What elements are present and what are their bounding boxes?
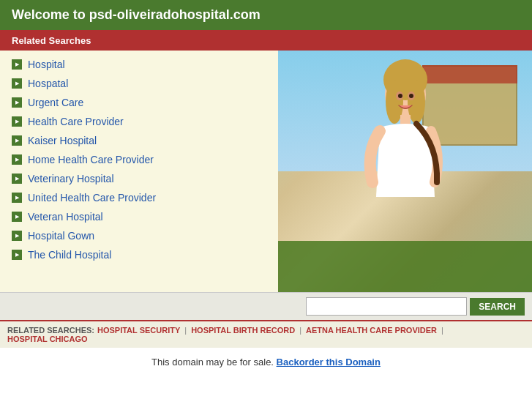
list-bullet <box>12 116 22 127</box>
list-item-text: Hospital <box>28 59 65 70</box>
bottom-related-label: RELATED SEARCHES: <box>7 326 94 335</box>
bottom-related-link[interactable]: HOSPITAL SECURITY <box>97 326 180 335</box>
list-item[interactable]: The Child Hospital <box>0 245 278 264</box>
list-item[interactable]: United Health Care Provider <box>0 188 278 207</box>
list-item-text: Hospatal <box>28 78 68 89</box>
list-bullet <box>12 154 22 165</box>
svg-point-8 <box>409 94 413 98</box>
list-panel: Hospital Hospatal Urgent Care Health Car… <box>0 51 278 292</box>
page-title: Welcome to psd-oliveiradohospital.com <box>12 7 261 22</box>
list-bullet <box>12 250 22 260</box>
list-item-text: Home Health Care Provider <box>28 154 154 165</box>
list-item-text: Kaiser Hospital <box>28 135 97 146</box>
list-bullet <box>12 135 22 146</box>
list-item[interactable]: Home Health Care Provider <box>0 150 278 169</box>
search-bar: SEARCH <box>0 292 532 320</box>
list-bullet <box>12 193 22 203</box>
bottom-separator: | <box>441 326 443 335</box>
hero-image <box>278 51 532 292</box>
list-item-text: Veteran Hospital <box>28 211 103 223</box>
list-item[interactable]: Veteran Hospital <box>0 207 278 226</box>
list-item[interactable]: Hospatal <box>0 74 278 93</box>
list-bullet <box>12 212 22 222</box>
search-input[interactable] <box>306 297 467 316</box>
related-bar-label: Related Searches <box>12 35 91 46</box>
list-bullet <box>12 231 22 241</box>
woman-figure <box>351 51 460 270</box>
image-panel <box>278 51 532 292</box>
list-item-text: United Health Care Provider <box>28 192 156 204</box>
bottom-related-link[interactable]: HOSPITAL BIRTH RECORD <box>191 326 295 335</box>
bottom-separator: | <box>184 326 187 335</box>
list-item[interactable]: Health Care Provider <box>0 112 278 131</box>
list-item[interactable]: Hospital <box>0 55 278 74</box>
list-item[interactable]: Kaiser Hospital <box>0 131 278 150</box>
list-bullet <box>12 174 22 184</box>
list-item-text: Hospital Gown <box>28 230 94 242</box>
bottom-related: RELATED SEARCHES: HOSPITAL SECURITY | HO… <box>0 320 532 348</box>
list-item[interactable]: Hospital Gown <box>0 226 278 245</box>
bottom-related-link[interactable]: HOSPITAL CHICAGO <box>7 335 88 343</box>
list-item[interactable]: Veterinary Hospital <box>0 169 278 188</box>
list-bullet <box>12 59 22 70</box>
list-item-text: Urgent Care <box>28 97 83 108</box>
header: Welcome to psd-oliveiradohospital.com <box>0 0 532 30</box>
list-item-text: Veterinary Hospital <box>28 173 114 184</box>
search-button[interactable]: SEARCH <box>470 298 525 316</box>
list-bullet <box>12 97 22 108</box>
bottom-related-link[interactable]: AETNA HEALTH CARE PROVIDER <box>306 326 437 335</box>
footer-text: This domain may be for sale. <box>151 357 274 368</box>
bottom-separator: | <box>299 326 301 335</box>
list-bullet <box>12 78 22 89</box>
backorder-link[interactable]: Backorder this Domain <box>277 357 381 368</box>
footer: This domain may be for sale. Backorder t… <box>0 348 532 376</box>
related-searches-bar: Related Searches <box>0 30 532 51</box>
svg-point-7 <box>398 94 402 98</box>
list-item[interactable]: Urgent Care <box>0 93 278 112</box>
list-item-text: The Child Hospital <box>28 249 111 261</box>
list-item-text: Health Care Provider <box>28 116 124 127</box>
main-content: Hospital Hospatal Urgent Care Health Car… <box>0 51 532 292</box>
